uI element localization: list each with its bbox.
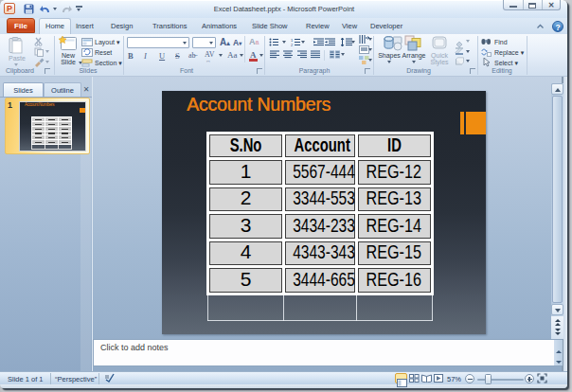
svg-text:2: 2 <box>291 43 294 47</box>
